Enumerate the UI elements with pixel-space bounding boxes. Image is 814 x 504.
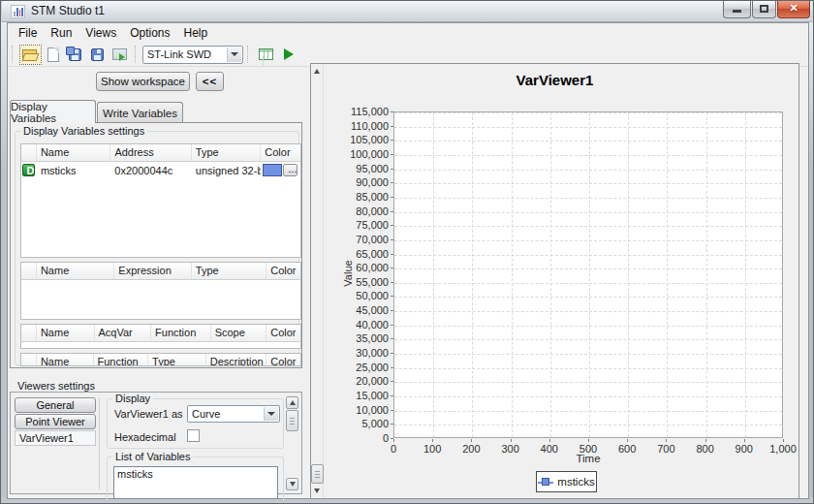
acquisition-table-button[interactable] — [255, 45, 277, 65]
h-gridline — [394, 382, 782, 383]
col-name[interactable]: Name — [37, 325, 95, 341]
table2-header: Name Expression Type Color — [21, 263, 300, 280]
menu-file[interactable]: File — [12, 24, 44, 42]
tab-write-variables[interactable]: Write Variables — [97, 102, 183, 123]
col-color[interactable]: Color — [266, 263, 300, 279]
col-name[interactable]: Name — [37, 263, 114, 279]
color-swatch[interactable] — [263, 164, 282, 176]
menu-bar: File Run Views Options Help — [8, 23, 808, 43]
chevron-down-icon — [267, 412, 275, 416]
tab-display-variables[interactable]: Display Variables — [10, 100, 96, 123]
col-address[interactable]: Address — [110, 144, 191, 161]
table-row[interactable]: D msticks 0x2000044c unsigned 32-bit ... — [21, 162, 300, 178]
y-tick-mark — [391, 424, 393, 425]
maximize-icon — [760, 5, 768, 13]
h-gridline — [394, 255, 782, 256]
show-workspace-button[interactable]: Show workspace — [96, 72, 190, 91]
x-tick-mark — [432, 439, 433, 442]
v-gridline — [745, 112, 746, 437]
display-variables-settings-group: Display Variables settings Name Address … — [15, 131, 299, 365]
scroll-down-button[interactable] — [286, 478, 298, 490]
col-badge[interactable] — [21, 325, 37, 341]
collapse-panel-button[interactable]: << — [196, 72, 224, 91]
h-gridline — [394, 368, 782, 369]
menu-run[interactable]: Run — [44, 24, 78, 42]
viewer-item-point-viewer[interactable]: Point Viewer — [15, 414, 96, 429]
y-tick-label: 50,000 — [332, 290, 389, 301]
x-tick-mark — [783, 439, 784, 442]
save-button[interactable] — [86, 45, 109, 65]
minimize-button[interactable] — [723, 1, 751, 18]
connection-dropdown-button[interactable] — [227, 47, 241, 62]
y-tick-mark — [391, 197, 393, 198]
col-type[interactable]: Type — [148, 354, 206, 366]
h-gridline — [394, 170, 782, 171]
title-bar[interactable]: STM Studio t1 ✕ — [2, 1, 812, 22]
open-workspace-button[interactable] — [19, 45, 42, 65]
variables-listbox[interactable]: msticks — [113, 466, 278, 499]
chart-scrollbar[interactable] — [311, 64, 324, 498]
scroll-up-button[interactable] — [286, 396, 298, 409]
y-tick-mark — [391, 367, 393, 368]
col-badge[interactable] — [21, 144, 37, 161]
col-badge[interactable] — [21, 263, 37, 279]
new-file-icon — [47, 47, 59, 62]
table4-header: Name Function Type Description Color — [21, 354, 300, 366]
h-gridline — [394, 311, 782, 312]
display-mode-dropdown-button[interactable] — [264, 407, 278, 421]
h-gridline — [394, 297, 782, 298]
y-tick-label: 105,000 — [332, 134, 389, 145]
y-tick-mark — [391, 126, 393, 127]
viewer-item-general[interactable]: General — [15, 397, 96, 413]
scroll-thumb[interactable] — [286, 410, 298, 431]
close-button[interactable]: ✕ — [777, 1, 810, 18]
display-group: Display VarViewer1 as Curve Hexadecimal — [107, 398, 284, 449]
col-type[interactable]: Type — [192, 144, 262, 161]
chart-scroll-thumb[interactable] — [311, 464, 324, 484]
col-expression[interactable]: Expression — [114, 263, 191, 279]
col-color[interactable]: Color — [266, 354, 300, 366]
y-tick-label: 90,000 — [332, 176, 389, 188]
col-function[interactable]: Function — [94, 354, 149, 366]
menu-help[interactable]: Help — [177, 24, 215, 42]
color-picker-button[interactable]: ... — [283, 164, 297, 176]
start-button[interactable] — [277, 45, 299, 65]
connection-select[interactable]: ST-Link SWD — [142, 46, 243, 64]
viewer-item-varviewer1[interactable]: VarViewer1 — [15, 430, 96, 446]
col-color[interactable]: Color — [266, 325, 300, 341]
export-image-button[interactable] — [109, 45, 131, 65]
h-gridline — [394, 198, 782, 199]
y-tick-label: 110,000 — [332, 120, 389, 132]
display-mode-select[interactable]: Curve — [187, 405, 280, 423]
menu-options[interactable]: Options — [123, 24, 176, 42]
new-file-button[interactable] — [42, 45, 64, 65]
app-icon — [11, 5, 25, 18]
col-color[interactable]: Color — [261, 144, 300, 161]
viewers-settings-label: Viewers settings — [16, 380, 97, 392]
col-name[interactable]: Name — [37, 354, 94, 366]
x-tick-mark — [627, 439, 628, 442]
col-type[interactable]: Type — [192, 263, 266, 279]
legend-series-name: msticks — [557, 476, 594, 488]
h-gridline — [394, 354, 782, 355]
col-badge[interactable] — [21, 354, 37, 366]
save-all-button[interactable] — [64, 45, 86, 65]
viewers-scrollbar[interactable] — [286, 396, 298, 490]
col-function[interactable]: Function — [151, 325, 211, 341]
maximize-button[interactable] — [752, 1, 776, 18]
col-name[interactable]: Name — [37, 144, 110, 161]
table-icon — [259, 48, 273, 60]
col-scope[interactable]: Scope — [211, 325, 267, 341]
y-tick-label: 115,000 — [332, 106, 389, 117]
toolbar-grip — [12, 46, 16, 63]
menu-views[interactable]: Views — [78, 24, 123, 42]
hexadecimal-checkbox[interactable] — [187, 429, 200, 442]
x-tick-mark — [588, 439, 589, 442]
col-description[interactable]: Description — [206, 354, 267, 366]
chart-legend: msticks — [536, 471, 597, 492]
plot-area[interactable] — [393, 111, 783, 438]
col-acqvar[interactable]: AcqVar — [95, 325, 152, 341]
y-tick-label: 35,000 — [332, 332, 389, 344]
toolbar-separator — [135, 46, 140, 63]
variable-item[interactable]: msticks — [117, 468, 274, 480]
